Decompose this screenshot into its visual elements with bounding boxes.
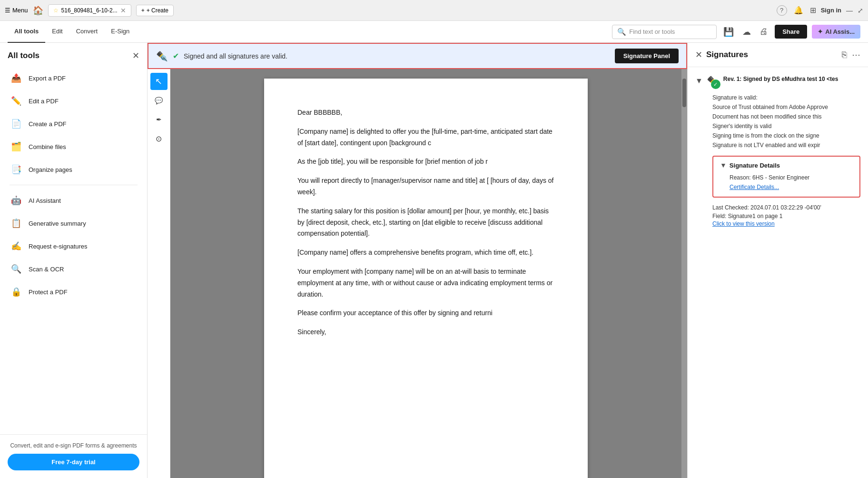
sig-valid-badge: ✓	[711, 80, 720, 89]
sidebar-item-request-esig[interactable]: ✍️ Request e-signatures	[5, 235, 142, 258]
create-label: + Create	[147, 7, 168, 14]
maximize-button[interactable]: ⤢	[858, 7, 863, 14]
lasso-tool-button[interactable]: ⊙	[150, 130, 168, 147]
sidebar-item-label-protect-pdf: Protect a PDF	[29, 289, 68, 296]
left-sidebar: All tools ✕ 📤 Export a PDF ✏️ Edit a PDF…	[0, 43, 148, 478]
copy-icon-button[interactable]: ⎘	[842, 50, 847, 60]
sidebar-item-label-edit-pdf: Edit a PDF	[29, 98, 59, 105]
print-icon-button[interactable]: 🖨	[758, 25, 770, 39]
sidebar-item-ai-assistant[interactable]: 🤖 AI Assistant	[5, 189, 142, 212]
signature-bar-left: ✒️ ✔ Signed and all signatures are valid…	[156, 50, 287, 62]
sidebar-item-label-combine-files: Combine files	[29, 143, 66, 150]
tool-panel: ↖ 💬 ✒ ⊙	[148, 69, 170, 478]
sidebar-item-export-pdf[interactable]: 📤 Export a PDF	[5, 67, 142, 90]
bell-icon[interactable]: 🔔	[794, 6, 803, 15]
signature-details-box: ▼ Signature Details Reason: 6HS - Senior…	[712, 156, 860, 198]
signature-panel-button[interactable]: Signature Panel	[615, 49, 679, 63]
doc-para7: Please confirm your acceptance of this o…	[297, 308, 554, 319]
sidebar-item-label-organize-pages: Organize pages	[29, 166, 72, 173]
share-button[interactable]: Share	[775, 25, 807, 39]
menu-button[interactable]: ☰ Menu	[5, 7, 28, 14]
free-trial-button[interactable]: Free 7-day trial	[8, 454, 139, 470]
sign-in-button[interactable]: Sign in	[821, 7, 841, 14]
doc-page: Dear BBBBBB, [Company name] is delighted…	[264, 79, 588, 478]
sidebar-item-edit-pdf[interactable]: ✏️ Edit a PDF	[5, 90, 142, 112]
ai-icon: ✦	[818, 28, 823, 35]
sig-details-reason: Reason: 6HS - Senior Engineer	[720, 173, 853, 182]
doc-content-wrapper: ↖ 💬 ✒ ⊙ Dear BBBBBB, [Company name] is d…	[148, 69, 687, 478]
doc-para6: Your employment with [company name] will…	[297, 266, 554, 300]
doc-para1: [Company name] is delighted to offer you…	[297, 126, 554, 149]
sidebar-item-protect-pdf[interactable]: 🔒 Protect a PDF	[5, 280, 142, 303]
sidebar-item-label-request-esig: Request e-signatures	[29, 243, 88, 250]
sidebar-item-organize-pages[interactable]: 📑 Organize pages	[5, 158, 142, 181]
save-icon-button[interactable]: 💾	[721, 25, 736, 39]
upload-icon-button[interactable]: ☁	[740, 25, 753, 39]
signature-valid-message: Signed and all signatures are valid.	[184, 52, 287, 60]
pen-tool-button[interactable]: ✒	[150, 111, 168, 128]
star-icon: ☆	[53, 7, 59, 14]
sig-view-version-link[interactable]: Click to view this version	[712, 220, 860, 227]
nav-esign[interactable]: E-Sign	[104, 21, 136, 43]
doc-scrollbar[interactable]	[681, 69, 687, 478]
doc-para5: [Company name] offers a comprehensive be…	[297, 247, 554, 259]
sidebar-divider	[10, 185, 138, 185]
search-icon: 🔍	[617, 28, 626, 36]
sidebar-items: 📤 Export a PDF ✏️ Edit a PDF 📄 Create a …	[0, 67, 147, 434]
right-panel-header: ✕ Signatures ⎘ ⋯	[688, 43, 868, 67]
edit-pdf-icon: ✏️	[10, 94, 23, 108]
find-tools-input[interactable]: 🔍 Find text or tools	[612, 25, 717, 39]
sig-detail-list: Signature is valid: Source of Trust obta…	[695, 91, 860, 152]
tab-close-button[interactable]: ✕	[120, 7, 126, 14]
home-button[interactable]: 🏠	[33, 5, 43, 16]
grid-icon[interactable]: ⊞	[810, 6, 816, 15]
sig-detail-3: Signer's identity is valid	[712, 121, 860, 131]
sidebar-item-gen-summary[interactable]: 📋 Generative summary	[5, 212, 142, 235]
ai-assist-button[interactable]: ✦ AI Assis...	[812, 25, 860, 39]
sig-details-expand[interactable]: ▼	[720, 161, 727, 169]
nav-edit[interactable]: Edit	[45, 21, 69, 43]
signature-bar: ✒️ ✔ Signed and all signatures are valid…	[148, 43, 687, 69]
sidebar-footer-text: Convert, edit and e-sign PDF forms & agr…	[8, 442, 139, 449]
more-options-button[interactable]: ⋯	[852, 50, 860, 60]
sig-details-cert[interactable]: Certificate Details...	[720, 182, 853, 192]
right-panel-close-icon[interactable]: ✕	[695, 50, 702, 60]
help-icon[interactable]: ?	[777, 5, 787, 16]
sidebar-item-label-ai-assistant: AI Assistant	[29, 197, 61, 204]
doc-para8: Sincerely,	[297, 327, 554, 338]
create-button[interactable]: + + Create	[136, 5, 174, 16]
nav-all-tools[interactable]: All tools	[8, 21, 45, 43]
sig-signer-name: Rev. 1: Signed by DS eMudhra test 10 <te…	[723, 76, 838, 82]
plus-icon: +	[141, 7, 145, 14]
sidebar-item-label-create-pdf: Create a PDF	[29, 120, 66, 128]
doc-scroll[interactable]: Dear BBBBBB, [Company name] is delighted…	[170, 69, 681, 478]
sig-tree-expand-button[interactable]: ▼	[695, 76, 703, 85]
export-pdf-icon: 📤	[10, 71, 23, 85]
sig-detail-1: Source of Trust obtained from Adobe Appr…	[712, 102, 860, 112]
right-panel-icons: ⎘ ⋯	[842, 50, 860, 60]
sidebar-item-scan-ocr[interactable]: 🔍 Scan & OCR	[5, 258, 142, 280]
sig-last-checked: Last Checked: 2024.07.01 03:22:29 -04'00…	[712, 203, 860, 212]
annotate-tool-button[interactable]: 💬	[150, 92, 168, 109]
browser-icons: ? 🔔 ⊞	[777, 5, 816, 16]
doc-area: ✒️ ✔ Signed and all signatures are valid…	[148, 43, 687, 478]
sig-details-title: Signature Details	[730, 162, 780, 169]
scrollbar-thumb[interactable]	[682, 79, 686, 107]
signature-tree-item: ▼ ✒️ ✓ Rev. 1: Signed by DS eMudhra test…	[695, 73, 860, 91]
nav-convert[interactable]: Convert	[69, 21, 105, 43]
combine-files-icon: 🗂️	[10, 140, 23, 153]
sidebar-close-button[interactable]: ✕	[132, 50, 139, 61]
minimize-button[interactable]: —	[846, 7, 853, 14]
right-panel: ✕ Signatures ⎘ ⋯ ▼ ✒️ ✓ Rev. 1: Signed b…	[687, 43, 868, 478]
doc-greeting: Dear BBBBBB,	[297, 107, 554, 119]
browser-tab[interactable]: ☆ 516_809481_6-10-2... ✕	[48, 4, 131, 17]
sidebar-item-label-export-pdf: Export a PDF	[29, 75, 66, 82]
sidebar-item-create-pdf[interactable]: 📄 Create a PDF	[5, 112, 142, 135]
app-toolbar: All tools Edit Convert E-Sign 🔍 Find tex…	[0, 21, 868, 43]
create-pdf-icon: 📄	[10, 117, 23, 130]
sidebar-item-combine-files[interactable]: 🗂️ Combine files	[5, 135, 142, 158]
request-esig-icon: ✍️	[10, 239, 23, 253]
find-tools-label: Find text or tools	[629, 28, 675, 35]
browser-bar: ☰ Menu 🏠 ☆ 516_809481_6-10-2... ✕ + + Cr…	[0, 0, 868, 21]
select-tool-button[interactable]: ↖	[150, 73, 168, 90]
